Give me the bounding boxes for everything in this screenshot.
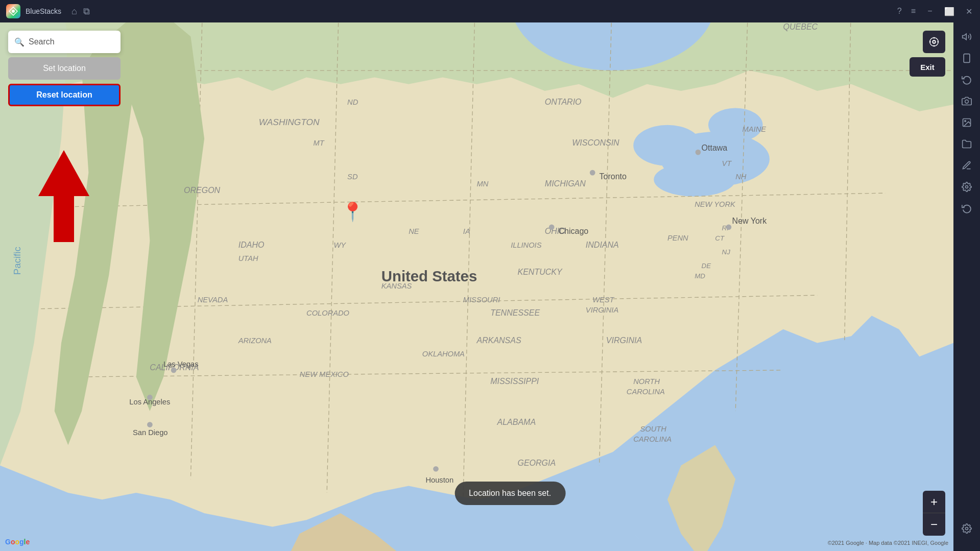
sidebar-icon-settings2[interactable]	[958, 519, 976, 538]
svg-text:DE: DE	[702, 262, 712, 270]
svg-point-86	[933, 40, 936, 43]
svg-text:TENNESSEE: TENNESSEE	[490, 308, 540, 317]
svg-text:NH: NH	[735, 173, 747, 181]
svg-text:QUEBEC: QUEBEC	[783, 22, 818, 31]
svg-text:MT: MT	[313, 139, 324, 147]
app-title: BlueStacks	[26, 7, 61, 15]
svg-text:MN: MN	[477, 180, 489, 188]
svg-text:San Diego: San Diego	[133, 428, 168, 437]
svg-text:OKLAHOMA: OKLAHOMA	[422, 350, 465, 358]
svg-text:ARIZONA: ARIZONA	[238, 337, 272, 345]
svg-text:NORTH: NORTH	[633, 377, 660, 386]
annotation-arrow	[33, 145, 94, 249]
titlebar-nav: ⌂ ⧉	[71, 6, 90, 17]
svg-point-87	[930, 38, 939, 46]
svg-text:United States: United States	[381, 268, 477, 284]
search-bar[interactable]: 🔍 Search	[8, 31, 121, 53]
svg-rect-89	[964, 54, 970, 63]
svg-text:WASHINGTON: WASHINGTON	[259, 117, 320, 127]
svg-text:ILLINOIS: ILLINOIS	[511, 241, 542, 249]
svg-text:Los Angeles: Los Angeles	[129, 398, 170, 406]
svg-point-1	[12, 10, 15, 13]
svg-point-91	[965, 100, 969, 104]
layers-icon[interactable]: ⧉	[83, 6, 90, 17]
sidebar-icon-phone[interactable]	[958, 49, 976, 67]
reset-location-button[interactable]: Reset location	[8, 84, 121, 106]
home-icon[interactable]: ⌂	[71, 6, 77, 17]
svg-point-95	[966, 528, 968, 530]
map-pin: 📍	[341, 201, 364, 223]
svg-text:VIRGINIA: VIRGINIA	[606, 336, 642, 345]
sidebar-icon-edit[interactable]	[958, 156, 976, 175]
svg-text:UTAH: UTAH	[238, 254, 258, 262]
svg-point-94	[966, 186, 968, 188]
svg-text:SOUTH: SOUTH	[640, 425, 667, 433]
sidebar-icon-folder[interactable]	[958, 135, 976, 153]
sidebar-icon-settings[interactable]	[958, 178, 976, 196]
svg-text:NEW MEXICO: NEW MEXICO	[300, 370, 349, 378]
sidebar-icon-camera[interactable]	[958, 92, 976, 110]
svg-text:SD: SD	[347, 173, 358, 181]
zoom-out-button[interactable]: −	[923, 513, 945, 536]
svg-text:OREGON: OREGON	[184, 186, 221, 195]
svg-text:CAROLINA: CAROLINA	[633, 435, 672, 443]
svg-text:Ottawa: Ottawa	[702, 143, 728, 152]
svg-text:ONTARIO: ONTARIO	[545, 98, 582, 106]
svg-text:ARKANSAS: ARKANSAS	[476, 336, 521, 345]
sidebar-icon-reset[interactable]	[958, 199, 976, 218]
svg-text:IA: IA	[463, 227, 470, 235]
svg-text:Houston: Houston	[425, 476, 453, 484]
svg-text:VT: VT	[722, 159, 732, 167]
svg-text:GEORGIA: GEORGIA	[518, 459, 556, 467]
svg-text:ALABAMA: ALABAMA	[497, 418, 536, 426]
svg-text:COLORADO: COLORADO	[306, 309, 349, 317]
svg-text:IDAHO: IDAHO	[238, 241, 265, 249]
set-location-button[interactable]: Set location	[8, 57, 121, 80]
svg-text:INDIANA: INDIANA	[586, 241, 619, 249]
exit-button[interactable]: Exit	[910, 57, 945, 77]
svg-text:Las Vegas: Las Vegas	[163, 360, 198, 368]
svg-text:PENN: PENN	[667, 234, 688, 242]
restore-button[interactable]: ⬜	[944, 6, 954, 16]
svg-text:Pacific: Pacific	[12, 247, 22, 275]
toast-notification: Location has been set.	[455, 482, 565, 505]
svg-text:NE: NE	[409, 227, 419, 235]
svg-text:NEVADA: NEVADA	[198, 296, 228, 304]
minimize-button[interactable]: −	[925, 6, 935, 16]
sidebar-icon-rotation[interactable]	[958, 70, 976, 89]
svg-marker-85	[38, 150, 89, 242]
map-container[interactable]: WASHINGTON OREGON IDAHO MT ND SD NE WY N…	[0, 22, 953, 551]
svg-text:Toronto: Toronto	[600, 172, 627, 181]
app-logo	[6, 4, 20, 18]
svg-text:NEW YORK: NEW YORK	[695, 200, 736, 208]
close-button[interactable]: ✕	[964, 6, 974, 16]
svg-text:MAINE: MAINE	[743, 125, 767, 133]
map-copyright: ©2021 Google · Map data ©2021 INEGI, Goo…	[828, 540, 948, 546]
svg-text:WEST: WEST	[592, 296, 614, 304]
svg-point-82	[433, 466, 439, 472]
sidebar-icon-image[interactable]	[958, 113, 976, 132]
svg-text:ND: ND	[347, 98, 358, 106]
search-icon: 🔍	[14, 37, 25, 47]
svg-point-4	[633, 125, 701, 166]
svg-point-6	[654, 162, 735, 197]
gps-button[interactable]	[923, 31, 945, 53]
menu-icon[interactable]: ≡	[911, 7, 916, 16]
svg-text:MISSISSIPPI: MISSISSIPPI	[490, 377, 539, 386]
svg-text:CAROLINA: CAROLINA	[627, 388, 665, 396]
svg-text:CT: CT	[715, 234, 725, 242]
search-label: Search	[29, 37, 55, 46]
sidebar-icon-volume[interactable]	[958, 28, 976, 46]
main-content: WASHINGTON OREGON IDAHO MT ND SD NE WY N…	[0, 22, 980, 551]
svg-text:NJ: NJ	[722, 248, 731, 256]
map-background: WASHINGTON OREGON IDAHO MT ND SD NE WY N…	[0, 22, 953, 551]
google-logo: Google	[5, 538, 30, 546]
zoom-in-button[interactable]: +	[923, 491, 945, 513]
help-icon[interactable]: ?	[897, 7, 902, 16]
svg-point-74	[696, 150, 701, 155]
svg-text:WY: WY	[333, 241, 346, 249]
svg-text:MISSOURI: MISSOURI	[463, 296, 500, 304]
svg-point-72	[590, 170, 595, 176]
svg-text:WISCONSIN: WISCONSIN	[572, 138, 619, 147]
svg-point-70	[726, 224, 732, 230]
